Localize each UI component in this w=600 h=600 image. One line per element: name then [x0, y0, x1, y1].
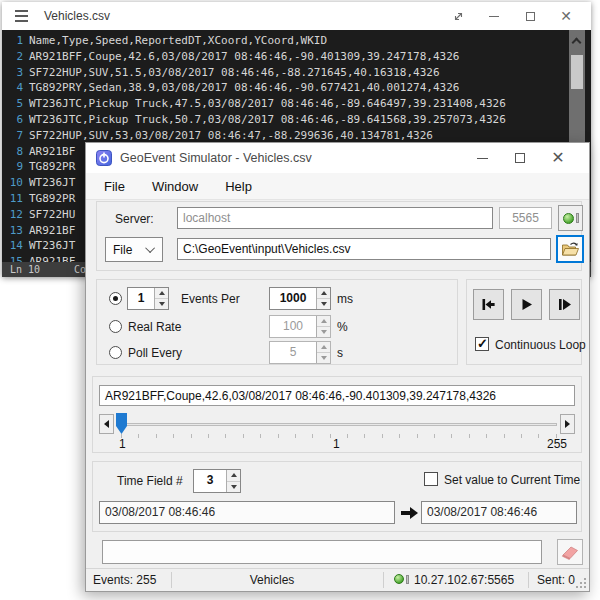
spinner-up-icon[interactable] — [227, 470, 240, 482]
line-text: AR921BF — [29, 145, 75, 158]
line-number: 8 — [8, 144, 29, 160]
chevron-down-icon — [145, 243, 155, 253]
line-text: WT236JTC,Pickup Truck,50.7,03/08/2017 08… — [29, 113, 506, 126]
continuous-loop-label: Continuous Loop — [495, 338, 586, 352]
server-port-input[interactable]: 5565 — [499, 207, 552, 229]
set-current-time-label: Set value to Current Time — [444, 473, 580, 487]
events-per-label: Events Per — [181, 292, 240, 306]
file-path-input[interactable]: C:\GeoEvent\input\Vehicles.csv — [177, 238, 551, 260]
target-time-field[interactable]: 03/08/2017 08:46:46 — [421, 501, 577, 524]
play-button[interactable] — [511, 289, 542, 320]
maximize-icon[interactable] — [501, 143, 539, 173]
scroll-up-icon[interactable] — [572, 38, 582, 48]
spinner-down-icon[interactable] — [155, 299, 168, 309]
time-field-group: Time Field # 3 Set value to Current Time… — [92, 461, 582, 532]
step-forward-button[interactable] — [549, 289, 580, 320]
folder-icon — [561, 241, 580, 257]
geoevent-app-icon — [96, 150, 112, 166]
server-group: Server: localhost 5565 File C:\GeoEvent\… — [96, 201, 582, 271]
server-label: Server: — [115, 212, 154, 226]
line-number: 11 — [8, 191, 29, 207]
expand-icon[interactable] — [447, 5, 469, 27]
server-host-input[interactable]: localhost — [177, 207, 493, 229]
line-number: 15 — [8, 254, 29, 262]
server-address-status: 10.27.102.67:5565 — [414, 569, 514, 591]
time-field-spinner[interactable]: 3 — [193, 469, 241, 493]
browse-file-button[interactable] — [556, 235, 584, 263]
time-field-value: 3 — [194, 470, 226, 492]
slider-thumb[interactable] — [116, 413, 127, 434]
source-type-dropdown[interactable]: File — [105, 237, 163, 262]
continuous-loop-checkbox[interactable] — [475, 337, 489, 351]
hamburger-menu-icon[interactable] — [15, 10, 28, 22]
resize-grip[interactable] — [576, 578, 587, 589]
real-rate-value: 100 — [270, 316, 316, 337]
spinner-down-icon[interactable] — [317, 299, 330, 309]
line-text: TG892PR — [29, 192, 75, 205]
line-text: WT236JT — [29, 239, 75, 252]
slider-min-label: 1 — [119, 437, 126, 451]
arrow-right-icon — [401, 507, 419, 519]
set-current-time-checkbox[interactable] — [424, 472, 438, 486]
menu-item-window[interactable]: Window — [141, 179, 209, 194]
line-number: 13 — [8, 223, 29, 239]
close-icon[interactable]: ✕ — [539, 143, 577, 173]
minimize-icon[interactable] — [463, 143, 501, 173]
eraser-icon — [560, 544, 580, 560]
real-rate-label: Real Rate — [128, 320, 181, 334]
interval-value: 1000 — [270, 288, 316, 309]
rate-group: 1 Events Per 1000 ms Real Rate 100 % Pol… — [96, 279, 458, 365]
simulator-titlebar: GeoEvent Simulator - Vehicles.csv ✕ — [86, 143, 589, 173]
menu-item-help[interactable]: Help — [214, 179, 263, 194]
scrollbar-thumb[interactable] — [571, 55, 583, 89]
line-number: 9 — [8, 159, 29, 175]
events-per-radio[interactable] — [109, 292, 122, 305]
clear-button[interactable] — [557, 539, 583, 565]
editor-line: 1Name,Type,Speed,ReportedDT,XCoord,YCoor… — [2, 33, 591, 49]
line-text: WT236JT — [29, 176, 75, 189]
editor-line: 6WT236JTC,Pickup Truck,50.7,03/08/2017 0… — [2, 112, 591, 128]
events-count-value: 1 — [128, 288, 154, 309]
skip-to-start-button[interactable] — [473, 289, 504, 320]
line-number: 6 — [8, 112, 29, 128]
simulator-statusbar: Events: 255 Vehicles 10.27.102.67:5565 S… — [86, 568, 589, 591]
event-preview-field[interactable]: AR921BFF,Coupe,42.6,03/08/2017 08:46:46,… — [99, 385, 575, 406]
poll-value: 5 — [270, 342, 316, 363]
events-count-status: Events: 255 — [93, 569, 156, 591]
line-text: SF722HU — [29, 208, 75, 221]
line-text: WT236JTC,Pickup Truck,47.5,03/08/2017 08… — [29, 97, 506, 110]
slider-right-arrow[interactable] — [560, 414, 575, 434]
editor-line: 3SF722HUP,SUV,51.5,03/08/2017 08:46:46,-… — [2, 65, 591, 81]
line-text: AR921BF — [29, 224, 75, 237]
menu-item-file[interactable]: File — [93, 179, 136, 194]
maximize-icon[interactable] — [519, 5, 541, 27]
line-number: 1 — [8, 33, 29, 49]
events-count-spinner[interactable]: 1 — [127, 287, 169, 310]
simulator-window-title: GeoEvent Simulator - Vehicles.csv — [120, 151, 312, 165]
poll-every-radio[interactable] — [109, 346, 122, 359]
line-number: 5 — [8, 96, 29, 112]
slider-left-arrow[interactable] — [99, 414, 114, 434]
editor-line: 2AR921BFF,Coupe,42.6,03/08/2017 08:46:46… — [2, 49, 591, 65]
simulator-window: GeoEvent Simulator - Vehicles.csv ✕ File… — [85, 142, 590, 592]
minimize-icon[interactable] — [483, 5, 505, 27]
spinner-up-icon — [317, 342, 330, 353]
spinner-up-icon — [317, 316, 330, 327]
interval-spinner[interactable]: 1000 — [269, 287, 331, 310]
poll-spinner: 5 — [269, 341, 331, 364]
source-type-value: File — [106, 243, 132, 257]
skip-to-start-icon — [480, 296, 497, 313]
close-icon[interactable]: ✕ — [555, 5, 577, 27]
connect-button[interactable] — [558, 205, 583, 231]
source-time-field[interactable]: 03/08/2017 08:46:46 — [99, 501, 395, 524]
spinner-up-icon[interactable] — [317, 288, 330, 299]
percent-unit-label: % — [337, 320, 348, 334]
line-text: Name,Type,Speed,ReportedDT,XCoord,YCoord… — [29, 34, 327, 47]
spinner-up-icon[interactable] — [155, 288, 168, 299]
editor-line: 4TG892PRY,Sedan,38.9,03/08/2017 08:46:46… — [2, 80, 591, 96]
real-rate-radio[interactable] — [109, 320, 122, 333]
connection-status-icon — [394, 574, 404, 584]
slider-track[interactable] — [117, 423, 557, 426]
slider-labels: 1 1 255 — [93, 437, 583, 451]
spinner-down-icon[interactable] — [227, 482, 240, 493]
